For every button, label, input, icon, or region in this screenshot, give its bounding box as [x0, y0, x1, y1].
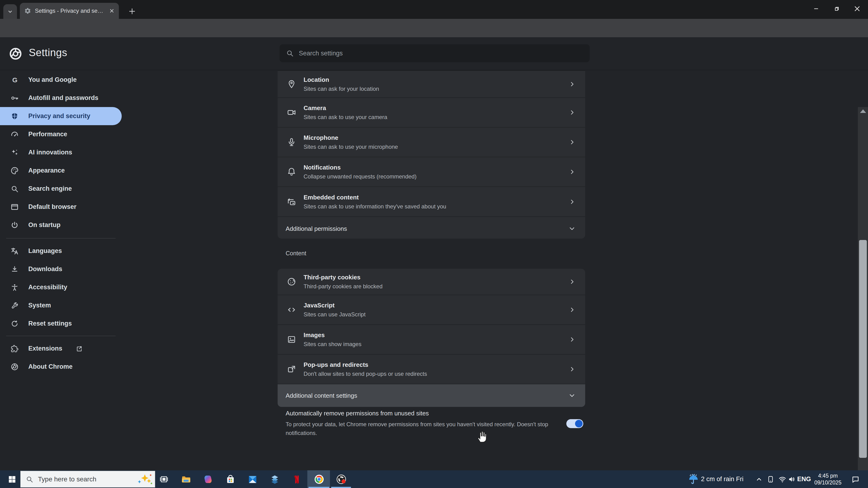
- file-explorer-button[interactable]: [175, 470, 197, 488]
- page-scrollbar[interactable]: [858, 107, 868, 488]
- bell-icon: [286, 166, 297, 177]
- auto-remove-title: Automatically remove permissions from un…: [286, 410, 590, 417]
- sidebar-item-reset-settings[interactable]: Reset settings: [0, 315, 122, 333]
- scrollbar-thumb[interactable]: [859, 240, 867, 458]
- toggle-knob: [575, 420, 583, 427]
- sidebar-item-extensions[interactable]: Extensions: [0, 339, 122, 358]
- camera-icon: [286, 107, 297, 118]
- microsoft-store-button[interactable]: [219, 470, 242, 488]
- copilot-button[interactable]: [197, 470, 219, 488]
- sidebar-item-label: Privacy and security: [28, 112, 90, 120]
- task-view-button[interactable]: [153, 470, 175, 488]
- puzzle-icon: [10, 344, 19, 353]
- accessibility-icon: [10, 283, 19, 292]
- window-close-button[interactable]: [847, 0, 867, 18]
- netflix-button[interactable]: [286, 470, 308, 488]
- security-app-button[interactable]: [264, 470, 286, 488]
- sidebar-item-performance[interactable]: Performance: [0, 125, 122, 143]
- power-icon: [10, 220, 19, 230]
- taskbar-search-input[interactable]: Type here to search: [20, 471, 155, 488]
- language-indicator[interactable]: ENG: [797, 470, 811, 488]
- sidebar-item-label: AI innovations: [28, 149, 72, 156]
- setting-row-camera[interactable]: CameraSites can ask to use your camera: [278, 98, 585, 128]
- row-subtitle: Collapse unwanted requests (recommended): [304, 173, 416, 180]
- sidebar-item-appearance[interactable]: Appearance: [0, 161, 122, 180]
- speaker-icon: [788, 475, 796, 483]
- tab-search-button[interactable]: [3, 4, 17, 19]
- tab-close-icon[interactable]: [109, 8, 115, 14]
- sidebar-item-on-startup[interactable]: On startup: [0, 216, 122, 234]
- settings-search-input[interactable]: Search settings: [280, 44, 590, 62]
- start-button[interactable]: [4, 470, 20, 488]
- row-title: Images: [304, 331, 325, 338]
- row-title: Pop-ups and redirects: [304, 361, 368, 368]
- action-center-button[interactable]: [847, 470, 864, 488]
- search-highlights-sparkle-icon: [136, 473, 153, 485]
- row-subtitle: Third-party cookies are blocked: [304, 283, 382, 290]
- windows-logo-icon: [8, 475, 16, 484]
- row-subtitle: Sites can show images: [304, 341, 361, 348]
- setting-row-notifications[interactable]: NotificationsCollapse unwanted requests …: [278, 157, 585, 187]
- key-icon: [10, 93, 19, 103]
- window-minimize-button[interactable]: [806, 0, 826, 18]
- browser-tab[interactable]: Settings - Privacy and security: [20, 3, 119, 19]
- setting-row-third-party-cookies[interactable]: Third-party cookiesThird-party cookies a…: [278, 269, 585, 295]
- search-icon: [26, 476, 33, 483]
- sidebar-item-you-and-google[interactable]: G You and Google: [0, 71, 122, 89]
- setting-row-microphone[interactable]: MicrophoneSites can ask to use your micr…: [278, 128, 585, 157]
- image-icon: [286, 334, 297, 345]
- additional-content-settings-expander[interactable]: Additional content settings: [278, 384, 585, 407]
- sidebar-item-autofill[interactable]: Autofill and passwords: [0, 89, 122, 107]
- sidebar-item-label: Search engine: [28, 185, 72, 192]
- settings-page: Settings Search settings G You and Googl…: [0, 37, 868, 470]
- clock[interactable]: 4:45 pm 09/10/2025: [811, 470, 844, 488]
- sidebar-item-languages[interactable]: Languages: [0, 242, 122, 260]
- setting-row-popups-redirects[interactable]: Pop-ups and redirectsDon't allow sites t…: [278, 355, 585, 384]
- chrome-taskbar-button[interactable]: [308, 470, 330, 488]
- browser-toolbar: Chrome chrome://settings/content: [0, 19, 868, 37]
- action-center-icon: [851, 475, 860, 483]
- setting-row-embedded-content[interactable]: Embedded contentSites can ask to use inf…: [278, 187, 585, 217]
- sidebar-item-ai-innovations[interactable]: AI innovations: [0, 143, 122, 161]
- chevron-right-icon: [569, 139, 576, 146]
- weather-label[interactable]: 2 cm of rain Fri: [701, 470, 757, 488]
- row-subtitle: Sites can ask to use your microphone: [304, 143, 398, 150]
- scroll-up-arrow[interactable]: [860, 109, 866, 113]
- sidebar-item-accessibility[interactable]: Accessibility: [0, 278, 122, 296]
- tray-expand-button[interactable]: [752, 470, 766, 488]
- weather-icon[interactable]: [685, 470, 702, 488]
- mail-button[interactable]: [242, 470, 264, 488]
- sidebar-item-privacy-and-security[interactable]: Privacy and security: [0, 107, 122, 125]
- sidebar-item-label: On startup: [28, 221, 61, 229]
- volume-icon[interactable]: [785, 470, 798, 488]
- sidebar-item-label: Downloads: [28, 265, 62, 273]
- wifi-icon: [778, 475, 786, 483]
- obs-taskbar-button[interactable]: [330, 470, 352, 488]
- additional-permissions-expander[interactable]: Additional permissions: [278, 217, 585, 240]
- setting-row-javascript[interactable]: JavaScriptSites can use JavaScript: [278, 295, 585, 325]
- sidebar-item-label: Extensions: [28, 345, 62, 352]
- setting-row-images[interactable]: ImagesSites can show images: [278, 325, 585, 355]
- obs-icon: [336, 474, 347, 485]
- chevron-right-icon: [569, 278, 576, 285]
- auto-remove-toggle[interactable]: [566, 419, 583, 428]
- sidebar-item-about-chrome[interactable]: About Chrome: [0, 358, 122, 376]
- code-icon: [286, 304, 297, 315]
- translate-icon: [10, 247, 19, 256]
- chevron-down-icon: [568, 392, 576, 399]
- auto-remove-description: To protect your data, let Chrome remove …: [286, 420, 550, 437]
- tab-title: Settings - Privacy and security: [35, 7, 105, 14]
- sidebar-item-default-browser[interactable]: Default browser: [0, 198, 122, 216]
- cookie-icon: [286, 276, 297, 287]
- row-subtitle: Sites can ask to use your camera: [304, 114, 387, 121]
- sidebar-item-label: Autofill and passwords: [28, 94, 98, 102]
- expander-label: Additional content settings: [286, 392, 357, 399]
- tray-device-icon[interactable]: [764, 470, 777, 488]
- sidebar-item-system[interactable]: System: [0, 296, 122, 315]
- sidebar-item-downloads[interactable]: Downloads: [0, 260, 122, 278]
- taskbar-search-placeholder: Type here to search: [38, 476, 132, 483]
- window-restore-button[interactable]: [827, 0, 847, 18]
- new-tab-button[interactable]: [126, 5, 138, 18]
- setting-row-location[interactable]: LocationSites can ask for your location: [278, 71, 585, 98]
- sidebar-item-search-engine[interactable]: Search engine: [0, 180, 122, 198]
